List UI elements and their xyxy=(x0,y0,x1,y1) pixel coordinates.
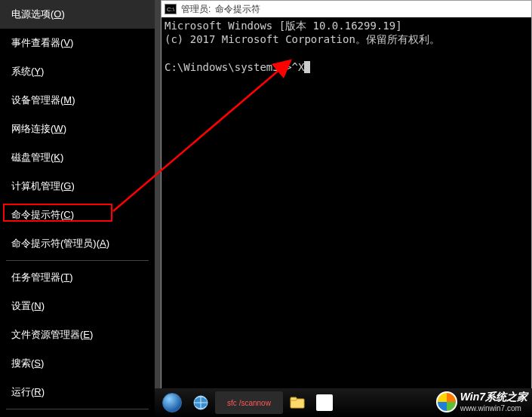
menu-search[interactable]: 搜索(S) xyxy=(0,349,155,378)
menu-label: 磁盘管理 xyxy=(11,152,51,163)
menu-shutdown-signout[interactable]: 关机或注销(U)〉 xyxy=(0,412,155,417)
menu-run[interactable]: 运行(R) xyxy=(0,378,155,406)
menu-command-prompt-admin[interactable]: 命令提示符(管理员)(A) xyxy=(0,229,155,258)
menu-separator xyxy=(6,409,149,409)
menu-label: 系统 xyxy=(11,66,31,77)
menu-power-options[interactable]: 电源选项(O) xyxy=(0,0,155,29)
menu-key: S xyxy=(34,357,41,369)
menu-label: 设置 xyxy=(11,300,31,311)
watermark-line2: www.winwin7.com xyxy=(460,404,527,412)
menu-key: K xyxy=(54,152,60,163)
menu-label: 搜索 xyxy=(11,357,31,369)
menu-label: 网络连接 xyxy=(11,123,51,134)
svg-rect-3 xyxy=(291,397,297,400)
folder-icon xyxy=(289,394,306,411)
menu-key: A xyxy=(100,238,106,249)
globe-icon xyxy=(192,394,209,411)
menu-key: Y xyxy=(34,66,41,77)
terminal-output[interactable]: Microsoft Windows [版本 10.0.16299.19] (c)… xyxy=(161,17,531,391)
menu-separator xyxy=(6,260,149,261)
desktop-area: C:\ 管理员: 命令提示符 Microsoft Windows [版本 10.… xyxy=(155,0,532,417)
watermark: Win7系统之家 www.winwin7.com xyxy=(436,391,527,412)
menu-label: 任务管理器 xyxy=(11,271,60,283)
menu-task-manager[interactable]: 任务管理器(T) xyxy=(0,263,155,292)
menu-key: R xyxy=(34,386,41,397)
menu-key: E xyxy=(83,329,90,340)
title-app: 命令提示符 xyxy=(215,3,260,16)
menu-command-prompt[interactable]: 命令提示符(C) xyxy=(0,201,155,229)
menu-disk-management[interactable]: 磁盘管理(K) xyxy=(0,143,155,172)
menu-computer-management[interactable]: 计算机管理(G) xyxy=(0,172,155,201)
menu-key: N xyxy=(34,300,41,311)
cmd-line: (c) 2017 Microsoft Corporation。保留所有权利。 xyxy=(165,33,440,45)
command-prompt-window[interactable]: C:\ 管理员: 命令提示符 Microsoft Windows [版本 10.… xyxy=(161,0,532,392)
cmd-line: Microsoft Windows [版本 10.0.16299.19] xyxy=(165,20,402,32)
menu-device-manager[interactable]: 设备管理器(M) xyxy=(0,86,155,115)
menu-label: 命令提示符 xyxy=(11,209,60,220)
cmd-prompt: C:\Windows\system32> xyxy=(165,61,292,73)
taskbar-app-generic[interactable] xyxy=(312,391,337,414)
watermark-line1: Win7系统之家 xyxy=(460,391,527,404)
taskbar-app[interactable]: sfc /scannow xyxy=(215,391,283,414)
menu-network-connections[interactable]: 网络连接(W) xyxy=(0,115,155,143)
menu-label: 电源选项 xyxy=(11,8,51,20)
menu-settings[interactable]: 设置(N) xyxy=(0,292,155,320)
menu-key: W xyxy=(54,123,63,134)
menu-label: 命令提示符(管理员) xyxy=(11,238,97,249)
menu-file-explorer[interactable]: 文件资源管理器(E) xyxy=(0,320,155,349)
taskbar-globe[interactable] xyxy=(188,391,214,414)
taskbar-explorer[interactable] xyxy=(284,391,310,414)
watermark-text: Win7系统之家 www.winwin7.com xyxy=(460,391,527,412)
cmd-icon: C:\ xyxy=(165,4,177,14)
window-titlebar[interactable]: C:\ 管理员: 命令提示符 xyxy=(161,1,531,17)
start-button[interactable] xyxy=(158,391,186,414)
menu-key: T xyxy=(63,271,69,283)
title-prefix: 管理员: xyxy=(181,3,211,16)
menu-key: O xyxy=(54,8,61,20)
watermark-logo-icon xyxy=(436,391,457,412)
menu-key: M xyxy=(63,94,72,106)
menu-system[interactable]: 系统(Y) xyxy=(0,57,155,86)
terminal-cursor xyxy=(304,61,310,73)
menu-key: C xyxy=(63,209,70,220)
taskbar-app-hint: sfc /scannow xyxy=(227,399,271,407)
windows-orb-icon xyxy=(162,393,182,412)
app-icon xyxy=(316,394,333,411)
menu-label: 设备管理器 xyxy=(11,94,60,106)
menu-label: 事件查看器 xyxy=(11,37,60,48)
menu-label: 计算机管理 xyxy=(11,180,60,192)
menu-label: 运行 xyxy=(11,386,31,397)
menu-key: V xyxy=(63,37,70,48)
winx-context-menu: 电源选项(O) 事件查看器(V) 系统(Y) 设备管理器(M) 网络连接(W) … xyxy=(0,0,155,417)
menu-key: G xyxy=(63,180,71,192)
menu-label: 文件资源管理器 xyxy=(11,329,80,340)
menu-event-viewer[interactable]: 事件查看器(V) xyxy=(0,29,155,57)
cmd-input: ^X xyxy=(292,61,305,73)
